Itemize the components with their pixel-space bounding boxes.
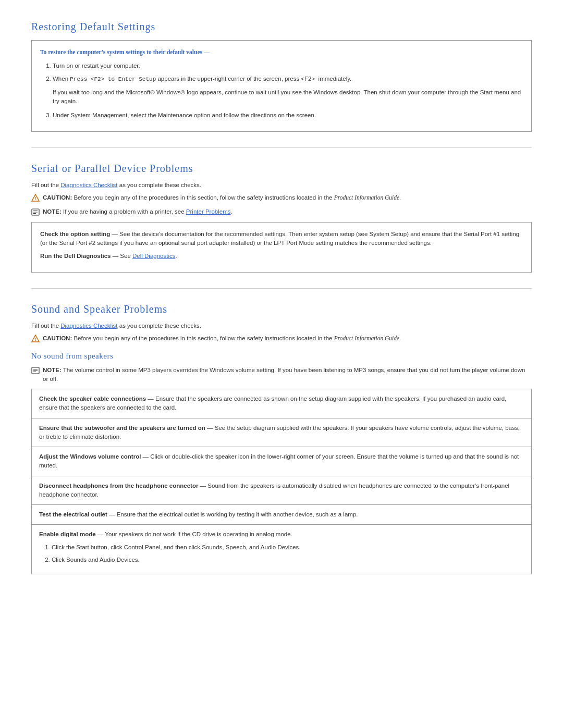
sound-items-container: Check the speaker cable connections — En… [31, 389, 532, 574]
caution-icon: ! [31, 194, 40, 202]
dell-diagnostics-link[interactable]: Dell Diagnostics [132, 253, 175, 259]
headphones-item: Disconnect headphones from the headphone… [31, 476, 532, 505]
speaker-cable-item: Check the speaker cable connections — En… [31, 389, 532, 418]
sound-diagnostics-link[interactable]: Diagnostics Checklist [60, 323, 117, 329]
serial-box: Check the option setting — See the devic… [31, 222, 532, 273]
run-dell-diagnostics: Run the Dell Diagnostics — See Dell Diag… [40, 252, 523, 261]
subwoofer-item: Ensure that the subwoofer and the speake… [31, 418, 532, 447]
no-sound-title: No sound from speakers [31, 352, 532, 361]
sound-section: Sound and Speaker Problems Fill out the … [31, 303, 532, 574]
restore-step-1: Turn on or restart your computer. [53, 61, 523, 70]
restore-step-3: Under System Management, select the Main… [53, 110, 523, 120]
svg-text:!: ! [35, 337, 36, 342]
restore-note-between: If you wait too long and the Microsoft® … [53, 88, 523, 106]
windows-volume-item: Adjust the Windows volume control — Clic… [31, 447, 532, 476]
serial-diagnostics-link[interactable]: Diagnostics Checklist [60, 182, 117, 188]
divider-1 [31, 147, 532, 148]
check-option-setting: Check the option setting — See the devic… [40, 230, 523, 248]
printer-problems-link[interactable]: Printer Problems [186, 208, 231, 215]
sound-fill-out: Fill out the Diagnostics Checklist as yo… [31, 323, 532, 329]
serial-title: Serial or Parallel Device Problems [31, 163, 532, 175]
restoring-box: To restore the computer's system setting… [31, 40, 532, 132]
serial-caution: ! CAUTION: Before you begin any of the p… [31, 193, 532, 202]
svg-text:!: ! [35, 196, 36, 201]
sound-caution-text: CAUTION: Before you begin any of the pro… [43, 334, 401, 343]
sound-caution-icon: ! [31, 335, 40, 343]
sound-note: NOTE: The volume control in some MP3 pla… [31, 366, 532, 384]
serial-fill-out: Fill out the Diagnostics Checklist as yo… [31, 182, 532, 188]
restore-intro: To restore the computer's system setting… [40, 48, 523, 57]
sound-caution: ! CAUTION: Before you begin any of the p… [31, 334, 532, 343]
digital-mode-text: Enable digital mode — Your speakers do n… [39, 530, 524, 539]
restore-step-3-list: Under System Management, select the Main… [53, 110, 523, 120]
digital-step-1: Click the Start button, click Control Pa… [52, 542, 524, 552]
restoring-title: Restoring Default Settings [31, 21, 532, 33]
restore-steps: Turn on or restart your computer. When P… [53, 61, 523, 84]
restore-step-2: When Press <F2> to Enter Setup appears i… [53, 74, 523, 84]
digital-mode-item: Enable digital mode — Your speakers do n… [31, 524, 532, 574]
serial-note: NOTE: If you are having a problem with a… [31, 207, 532, 216]
serial-note-text: NOTE: If you are having a problem with a… [43, 207, 232, 216]
serial-section: Serial or Parallel Device Problems Fill … [31, 163, 532, 273]
divider-2 [31, 288, 532, 289]
note-icon [31, 208, 40, 216]
electrical-outlet-item: Test the electrical outlet — Ensure that… [31, 504, 532, 524]
restoring-section: Restoring Default Settings To restore th… [31, 21, 532, 132]
serial-caution-text: CAUTION: Before you begin any of the pro… [43, 193, 401, 202]
digital-mode-steps: Click the Start button, click Control Pa… [52, 542, 524, 565]
digital-step-2: Click Sounds and Audio Devices. [52, 555, 524, 564]
sound-title: Sound and Speaker Problems [31, 303, 532, 315]
sound-note-text: NOTE: The volume control in some MP3 pla… [43, 366, 532, 384]
sound-note-icon [31, 366, 40, 375]
